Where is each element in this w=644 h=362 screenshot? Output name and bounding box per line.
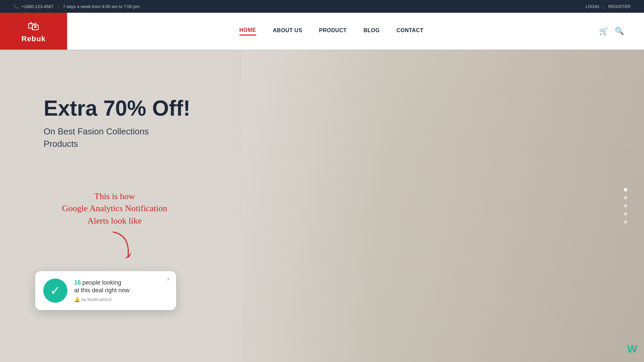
phone-number: +1800-123-4567 <box>21 4 54 9</box>
top-bar-contact: 📞 +1800-123-4567 / 7 days a week from 9:… <box>13 4 141 9</box>
notification-text1: people looking <box>82 279 121 286</box>
separator: / <box>58 4 59 9</box>
hero-section: Extra 70% Off! On Best Fasion Collection… <box>0 50 644 362</box>
annotation-block: This is how Google Analytics Notificatio… <box>62 190 167 263</box>
hero-subtitle-line2: Products <box>44 138 190 150</box>
business-hours: 7 days a week from 9:00 am to 7:00 pm. <box>63 4 141 9</box>
notification-main-text: 16 people looking <box>74 279 166 286</box>
top-bar-auth: LOGIN | REGISTER <box>586 4 631 9</box>
logo-icon: 🛍 <box>28 19 40 33</box>
slider-dot-4[interactable] <box>624 212 627 216</box>
annotation-arrow-icon <box>110 229 140 262</box>
logo-text: Rebuk <box>21 35 46 43</box>
hero-subtitle-line1: On Best Fasion Collections <box>44 125 190 137</box>
notification-count: 16 <box>74 279 81 286</box>
annotation-line2: Google Analytics Notification <box>62 202 167 215</box>
annotation-line1: This is how <box>62 190 167 202</box>
nav-contact[interactable]: CONTACT <box>396 27 424 35</box>
notification-body: 16 people looking at this deal right now… <box>74 279 166 302</box>
notification-by-label: by NotificationX <box>82 297 112 302</box>
search-icon[interactable]: 🔍 <box>615 27 624 36</box>
register-link[interactable]: REGISTER <box>608 4 631 9</box>
top-bar: 📞 +1800-123-4567 / 7 days a week from 9:… <box>0 0 644 13</box>
slider-dot-3[interactable] <box>624 204 627 207</box>
notification-text2: at this deal right now <box>74 287 166 294</box>
header: 🛍 Rebuk HOME ABOUT US PRODUCT BLOG CONTA… <box>0 13 644 50</box>
phone-icon: 📞 <box>13 4 19 9</box>
logo[interactable]: 🛍 Rebuk <box>0 13 67 50</box>
auth-divider: | <box>603 4 604 9</box>
slider-dot-5[interactable] <box>624 220 627 224</box>
header-icons: 🛒 🔍 <box>599 27 624 36</box>
hero-content: Extra 70% Off! On Best Fasion Collection… <box>44 97 190 150</box>
hero-title: Extra 70% Off! <box>44 97 190 120</box>
notification-close-button[interactable]: × <box>166 276 170 283</box>
cart-icon[interactable]: 🛒 <box>599 27 608 36</box>
nav-about[interactable]: ABOUT US <box>273 27 303 35</box>
notification-card: ✓ 16 people looking at this deal right n… <box>35 271 176 310</box>
watermark: W <box>627 343 637 355</box>
login-link[interactable]: LOGIN <box>586 4 599 9</box>
notification-footer: 🔔 by NotificationX <box>74 297 166 302</box>
annotation-line3: Alerts look like <box>62 215 167 227</box>
nav-blog[interactable]: BLOG <box>364 27 380 35</box>
slider-dot-1[interactable] <box>624 188 627 191</box>
nav-product[interactable]: PRODUCT <box>319 27 347 35</box>
notification-check-icon: ✓ <box>50 283 61 298</box>
notification-by-icon: 🔔 <box>74 297 80 302</box>
slider-dot-2[interactable] <box>624 196 627 199</box>
notification-icon-wrap: ✓ <box>43 279 67 303</box>
nav-home[interactable]: HOME <box>239 27 256 36</box>
slider-dots <box>624 188 627 224</box>
main-nav: HOME ABOUT US PRODUCT BLOG CONTACT <box>239 27 424 36</box>
